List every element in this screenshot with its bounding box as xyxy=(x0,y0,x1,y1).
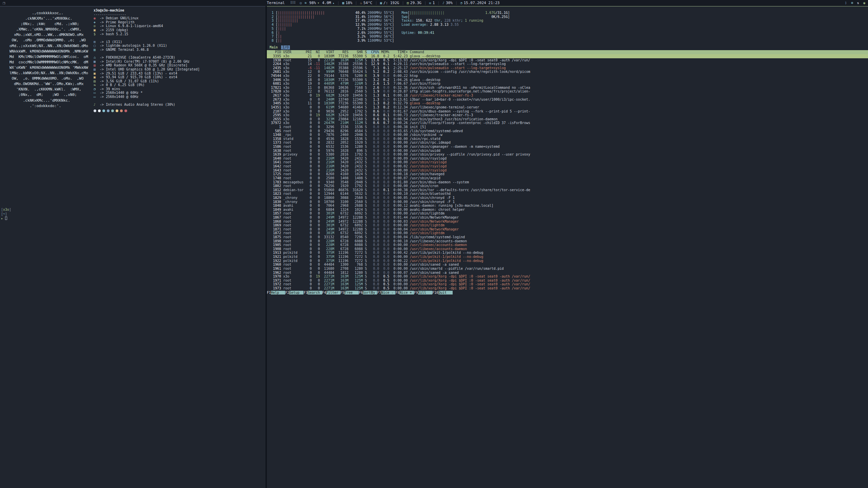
left-terminal-window[interactable]: .,coxkkkkxoc,. .ckNKXMx'...'xMXKNkc. ;0N… xyxy=(0,6,265,488)
process-row[interactable]: 1872 root 0 0 301M 6732 6092 S 0.0 0.0 0… xyxy=(267,231,868,235)
process-row[interactable]: 1638 root 0 0 5976 1028 896 S 0.0 0.0 0:… xyxy=(267,149,868,153)
fkey-sortby[interactable]: F6SortBy xyxy=(359,291,377,294)
column-header-virt[interactable]: VIRT xyxy=(320,50,334,54)
fkey-help[interactable]: F1Help xyxy=(267,291,285,294)
net-up-indicator[interactable]: 4.0M▴ xyxy=(322,0,335,6)
fkey-nice[interactable]: F8Nice + xyxy=(395,291,414,294)
process-row[interactable]: 3405 x3o 11 0 1830M 77236 55300 S 1.3 0.… xyxy=(267,101,868,105)
process-row[interactable]: 1875 root 0 0 33132 8540 7296 S 0.0 0.0 … xyxy=(267,235,868,239)
process-row[interactable]: 2435 x3o -6 -11 1482M 35388 25596 S 7.1 … xyxy=(267,66,868,70)
process-row[interactable]: 2655 x3o 0 0 323M 23084 12160 S 0.6 0.1 … xyxy=(267,117,868,121)
session-indicator[interactable]: ◎ xyxy=(300,0,302,6)
process-row[interactable]: 1829 _chrony 0 0 18860 3088 2560 S 0.0 0… xyxy=(267,196,868,200)
temperature-indicator[interactable]: ♨54°C xyxy=(360,0,373,6)
process-row[interactable]: 1961 root 0 0 11680 2708 1280 S 0.0 0.0 … xyxy=(267,267,868,271)
process-row[interactable]: 1783 messagebus 0 0 9340 3548 2048 S 0.0… xyxy=(267,180,868,184)
power-icon[interactable]: ◉ xyxy=(863,0,865,6)
bluetooth-icon[interactable]: ᛒ xyxy=(845,0,847,6)
workspace-switcher[interactable]: ❐ xyxy=(3,0,5,6)
process-row[interactable]: 1348 _rpc 0 0 7876 2460 2048 S 0.0 0.0 0… xyxy=(267,133,868,137)
fkey-tree[interactable]: F5Tree xyxy=(340,291,359,294)
process-row[interactable]: 1970 x3o 0 19 2271M 163M 125M S 0.0 0.5 … xyxy=(267,274,868,279)
process-row[interactable]: 1922 polkitd 0 0 375M 11196 7272 S 0.0 0… xyxy=(267,259,868,263)
column-header-time[interactable]: TIME+ xyxy=(389,50,408,54)
process-row[interactable]: 2107 x3o 0 0 9036 2952 1792 S 0.6 0.0 0:… xyxy=(267,109,868,114)
process-row[interactable]: 3395 x3o 21 0 1830M 77236 55300 S 16.8 0… xyxy=(267,54,868,58)
process-row[interactable]: 1812 debian-tor 0 0 55060 46876 31620 S … xyxy=(267,188,868,192)
datetime-indicator[interactable]: ◔15.07.2024 21:23 xyxy=(460,0,499,6)
process-row[interactable]: 6081 x3o 19 0 4405M 479M 226M S 2.6 1.5 … xyxy=(267,82,868,86)
process-row[interactable]: 1830 _chrony 0 0 10700 3100 2560 S 0.0 0… xyxy=(267,200,868,204)
process-row[interactable]: 2617 x3o 0 19 682M 32420 19456 S 1.3 0.1… xyxy=(267,94,868,98)
process-row[interactable]: 37972 x3o 0 0 2647M 210M 112M S 0.6 0.7 … xyxy=(267,121,868,125)
column-header-cpu[interactable]: CPU% xyxy=(367,50,379,54)
column-header-pri[interactable]: PRI xyxy=(303,50,312,54)
process-row[interactable]: 1586 root 0 0 6532 1536 1280 S 0.0 0.0 0… xyxy=(267,145,868,149)
process-row[interactable]: 585 root 0 0 29436 8296 4584 S 0.0 0.0 0… xyxy=(267,129,868,133)
process-row[interactable]: 1972 root 0 0 2271M 163M 125M S 0.0 0.5 … xyxy=(267,282,868,286)
process-row[interactable]: 17820 x3o 22 0 76112 2816 2560 S 1.9 0.0… xyxy=(267,89,868,94)
fkey-filter[interactable]: F4Filter xyxy=(322,291,340,294)
column-header-shr[interactable]: SHR xyxy=(349,50,363,54)
process-row[interactable]: 1358 statd 0 0 4536 1828 1536 S 0.0 0.0 … xyxy=(267,137,868,141)
tab-main[interactable]: Main xyxy=(270,45,278,49)
process-row[interactable]: 1867 root 0 0 249M 14972 12288 S 0.0 0.0… xyxy=(267,216,868,220)
process-row[interactable]: 17821 x3o 11 0 86368 10636 7168 S 2.6 0.… xyxy=(267,86,868,90)
process-row[interactable]: 1921 polkitd 0 0 375M 11196 7272 S 0.0 0… xyxy=(267,255,868,259)
process-row[interactable]: 1823 root 0 0 12944 6144 5632 S 0.0 0.0 … xyxy=(267,192,868,196)
shell-prompt[interactable]: [x3o][~]▸ xyxy=(1,208,11,221)
column-header-mem[interactable]: MEM% xyxy=(379,50,389,54)
process-row[interactable]: 1938 root 15 0 2271M 163M 125M S 13.6 0.… xyxy=(267,58,868,62)
process-row[interactable]: 1898 root 0 0 228M 6728 6088 S 0.0 0.0 0… xyxy=(267,239,868,243)
process-row[interactable]: 1643 root 0 0 216M 3420 2432 S 0.0 0.0 0… xyxy=(267,168,868,172)
tab-io[interactable]: I/O xyxy=(281,45,290,49)
process-row[interactable]: 3406 x3o 18 0 1830M 77236 55300 S 3.2 0.… xyxy=(267,78,868,82)
process-row[interactable]: 2681 x3o 12 0 999M 76648 55424 S 5.2 0.2… xyxy=(267,70,868,74)
fkey-nice[interactable]: F7Nice - xyxy=(377,291,395,294)
process-row[interactable]: 1871 root 0 0 249M 14972 12288 S 0.0 0.0… xyxy=(267,227,868,231)
process-row[interactable]: 2264 x3o 14 -11 1482M 35388 25596 S 12.9… xyxy=(267,62,868,66)
snowflake-icon[interactable]: ❄ xyxy=(851,0,853,6)
memory-indicator[interactable]: ▤29.3G xyxy=(407,0,421,6)
column-header-s[interactable]: S xyxy=(363,50,367,54)
notification-indicator[interactable]: ✉1 xyxy=(429,0,435,6)
process-row[interactable]: 1373 root 0 0 2832 2052 1920 S 0.0 0.0 0… xyxy=(267,141,868,145)
process-row[interactable]: 74544 x3o 22 0 79144 5376 5200 R 3.9 0.0… xyxy=(267,74,868,78)
net-down-indicator[interactable]: 98%▾ xyxy=(309,0,319,6)
volume-indicator[interactable]: ♪30% xyxy=(442,0,453,6)
column-header-user[interactable]: USER xyxy=(281,50,303,54)
column-header-res[interactable]: RES xyxy=(334,50,349,54)
column-header-ni[interactable]: NI xyxy=(312,50,320,54)
process-row[interactable]: 1913 polkitd 0 0 375M 11196 7272 S 0.0 0… xyxy=(267,251,868,255)
process-row[interactable]: 14351 x3o 0 0 619M 54680 41464 S 1.3 0.2… xyxy=(267,105,868,109)
column-header-command[interactable]: Command xyxy=(408,50,424,54)
text-cursor[interactable] xyxy=(5,217,7,220)
wifi-indicator[interactable]: ≋ xyxy=(304,0,307,6)
apps-grid-icon[interactable]: ⠿⠿ xyxy=(290,0,296,6)
fkey-setup[interactable]: F2Setup xyxy=(285,291,303,294)
process-row[interactable]: 1 root 0 0 3296 1536 1536 S 0.0 0.0 0:00… xyxy=(267,125,868,129)
cpu-indicator[interactable]: ▦18% xyxy=(342,0,352,6)
process-row[interactable]: 1971 root 0 0 2271M 163M 125M S 0.0 0.5 … xyxy=(267,279,868,283)
fkey-kill[interactable]: F9Kill xyxy=(414,291,432,294)
column-header-pid[interactable]: PID xyxy=(267,50,281,54)
process-row[interactable]: 1905 root 0 0 228M 6728 6088 S 0.0 0.0 0… xyxy=(267,243,868,247)
fkey-quit[interactable]: F10Quit xyxy=(432,291,453,294)
process-row[interactable]: 1973 root 0 0 2271M 163M 125M S 0.0 0.5 … xyxy=(267,286,868,290)
process-row[interactable]: 1868 root 0 0 249M 14972 12288 S 0.0 0.0… xyxy=(267,220,868,224)
process-row[interactable]: 1869 root 0 0 301M 6732 6092 S 0.0 0.0 0… xyxy=(267,223,868,227)
process-table-header[interactable]: PID USER PRI NI VIRT RES SHR S CPU% MEM%… xyxy=(267,50,868,54)
process-row[interactable]: 2595 x3o 0 19 682M 32420 19456 S 0.6 0.1… xyxy=(267,113,868,117)
process-row[interactable]: 1857 root 0 0 301M 6732 6092 S 0.0 0.0 0… xyxy=(267,211,868,216)
process-row[interactable]: 1908 root 0 0 228M 6728 6088 S 0.0 0.0 0… xyxy=(267,247,868,251)
right-terminal-window-htop[interactable]: 1 [||||||||||||||||||||||| 40.4% 2000MHz… xyxy=(267,6,868,488)
process-row[interactable]: 1962 root 0 0 44484 1812 1280 S 0.0 0.0 … xyxy=(267,271,868,275)
process-row[interactable]: 1641 root 0 0 216M 3420 2432 S 0.0 0.0 0… xyxy=(267,160,868,164)
process-row[interactable]: 1639 privoxy 0 0 5380 2816 1792 S 0.0 0.… xyxy=(267,152,868,157)
sync-arrows-icon[interactable]: ⇅ xyxy=(857,0,859,6)
process-row[interactable]: 1748 root 0 0 2500 1408 1408 S 0.0 0.0 0… xyxy=(267,176,868,180)
process-row[interactable]: 1642 root 0 0 216M 3420 2432 S 0.0 0.0 0… xyxy=(267,164,868,168)
process-row[interactable]: 1849 avahi 0 0 6884 1324 1024 S 0.0 0.0 … xyxy=(267,208,868,212)
fkey-search[interactable]: F3Search xyxy=(303,291,322,294)
process-row[interactable]: 1802 root 0 0 76256 1920 1792 S 0.0 0.0 … xyxy=(267,184,868,188)
